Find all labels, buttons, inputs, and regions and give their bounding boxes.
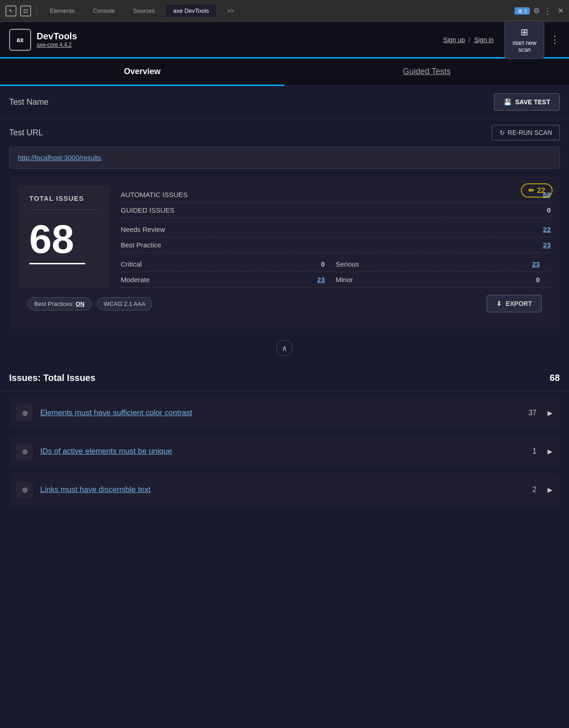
total-issues-title: TOTAL ISSUES (29, 194, 84, 202)
badge-count: 🖥 1 (515, 7, 530, 15)
total-issues-underline (29, 263, 85, 264)
target-icon-2: ⊕ (22, 486, 28, 494)
moderate-minor-row: Moderate 23 Minor 0 (121, 272, 551, 288)
critical-value: 0 (306, 260, 325, 268)
tab-guided-tests[interactable]: Guided Tests (284, 59, 569, 86)
issue-label-0: Elements must have sufficient color cont… (40, 408, 521, 418)
start-scan-label: start newscan (512, 39, 537, 53)
issue-icon-2: ⊕ (16, 482, 33, 498)
more-options-icon[interactable]: ⋮ (543, 6, 552, 16)
edit-count: 22 (537, 187, 545, 195)
issues-summary-card: ✏ 22 TOTAL ISSUES 68 AUTOMATIC ISSUES 68 (9, 176, 560, 329)
sign-in-link[interactable]: Sign in (474, 36, 494, 43)
needs-review-value[interactable]: 22 (532, 225, 551, 233)
best-practices-badge[interactable]: Best Practices: ON (27, 297, 91, 310)
best-practice-value[interactable]: 23 (532, 241, 551, 249)
needs-review-row: Needs Review 22 (121, 222, 551, 237)
moderate-item: Moderate 23 (121, 272, 336, 287)
issues-list-count: 68 (550, 373, 560, 383)
scan-icon: ⊞ (521, 27, 528, 37)
test-url-link[interactable]: http://localhost:3000/results (18, 154, 102, 161)
close-icon[interactable]: ✕ (558, 6, 564, 15)
test-url-label: Test URL (9, 128, 492, 138)
issues-grid: TOTAL ISSUES 68 AUTOMATIC ISSUES 68 GUID… (18, 185, 551, 288)
save-test-button[interactable]: 💾 SAVE TEST (494, 93, 560, 111)
export-icon: ⬇ (496, 300, 502, 307)
target-icon-1: ⊕ (22, 447, 28, 456)
total-issues-number: 68 (29, 219, 74, 259)
collapse-button[interactable]: ∧ (276, 340, 293, 356)
issue-icon-0: ⊕ (16, 405, 33, 421)
serious-item: Serious 23 (336, 257, 551, 272)
export-label: EXPORT (505, 300, 532, 307)
url-bar: http://localhost:3000/results (9, 147, 560, 169)
test-name-row: Test Name 💾 SAVE TEST (0, 86, 569, 118)
needs-review-label: Needs Review (121, 225, 532, 233)
test-name-label: Test Name (9, 97, 494, 107)
critical-label: Critical (121, 260, 306, 268)
app-header: ax DevTools axe-core 4.4.2 Sign up / Sig… (0, 22, 569, 59)
app-version: axe-core 4.4.2 (37, 42, 77, 48)
target-icon: ⊕ (22, 409, 28, 418)
issue-count-1: 1 (532, 447, 537, 455)
app-title: DevTools (37, 31, 77, 42)
chevron-right-icon-1: ▶ (548, 448, 553, 455)
app-container: ax DevTools axe-core 4.4.2 Sign up / Sig… (0, 22, 569, 728)
guided-issues-value: 0 (532, 206, 551, 214)
auth-divider: / (469, 36, 471, 43)
tab-sources[interactable]: Sources (126, 7, 162, 14)
issue-label-1: IDs of active elements must be unique (40, 447, 525, 456)
issues-list-header: Issues: Total Issues 68 (0, 364, 569, 391)
issue-label-2: Links must have discernible text (40, 485, 525, 494)
issues-list-title: Issues: Total Issues (9, 373, 550, 383)
start-new-scan-button[interactable]: ⊞ start newscan (505, 21, 544, 59)
guided-issues-label: GUIDED ISSUES (121, 206, 532, 214)
minor-value: 0 (521, 276, 540, 284)
minor-label: Minor (336, 276, 521, 284)
cursor-icon[interactable]: ↖ (5, 5, 16, 16)
minor-item: Minor 0 (336, 272, 551, 287)
best-practices-label: Best Practices: (34, 300, 74, 307)
logo-text: DevTools axe-core 4.4.2 (37, 31, 77, 48)
tab-axe-devtools[interactable]: axe DevTools (166, 5, 216, 17)
save-test-label: SAVE TEST (515, 98, 550, 106)
logo-area: ax DevTools axe-core 4.4.2 (9, 29, 77, 51)
export-button[interactable]: ⬇ EXPORT (487, 295, 542, 312)
rerun-label: RE-RUN SCAN (508, 129, 552, 136)
device-icon[interactable]: ⊡ (20, 5, 31, 16)
tab-overview[interactable]: Overview (0, 59, 284, 86)
browser-chrome: ↖ ⊡ Elements Console Sources axe DevTool… (0, 0, 569, 22)
moderate-label: Moderate (121, 276, 306, 284)
card-footer: Best Practices: ON WCAG 2.1 AAA ⬇ EXPORT (27, 288, 542, 320)
critical-serious-row: Critical 0 Serious 23 (121, 257, 551, 272)
best-practice-label: Best Practice (121, 241, 532, 249)
tab-console[interactable]: Console (86, 7, 122, 14)
issue-item-color-contrast[interactable]: ⊕ Elements must have sufficient color co… (9, 396, 560, 429)
auth-area: Sign up / Sign in (443, 36, 494, 43)
issue-count-2: 2 (532, 486, 537, 494)
issue-item-ids-unique[interactable]: ⊕ IDs of active elements must be unique … (9, 435, 560, 468)
serious-value[interactable]: 23 (521, 260, 540, 268)
issue-count-0: 37 (528, 409, 537, 417)
tab-elements[interactable]: Elements (43, 7, 82, 14)
rerun-icon: ↻ (499, 129, 505, 136)
guided-issues-row: GUIDED ISSUES 0 (121, 203, 551, 218)
issue-item-links-text[interactable]: ⊕ Links must have discernible text 2 ▶ (9, 473, 560, 506)
critical-item: Critical 0 (121, 257, 336, 272)
wcag-label: WCAG 2.1 AAA (104, 300, 145, 307)
header-more-icon[interactable]: ⋮ (550, 34, 560, 46)
gear-icon[interactable]: ⚙ (533, 6, 540, 15)
save-icon: 💾 (504, 98, 511, 106)
best-practices-value: ON (75, 300, 85, 307)
automatic-issues-row: AUTOMATIC ISSUES 68 (121, 187, 551, 203)
rerun-scan-button[interactable]: ↻ RE-RUN SCAN (492, 125, 560, 140)
edit-badge[interactable]: ✏ 22 (521, 183, 553, 198)
badge-icon: 🖥 (517, 8, 522, 14)
moderate-value[interactable]: 23 (306, 276, 325, 284)
pencil-icon: ✏ (528, 186, 534, 195)
sign-up-link[interactable]: Sign up (443, 36, 465, 43)
total-issues-box: TOTAL ISSUES 68 (18, 185, 110, 288)
issue-icon-1: ⊕ (16, 443, 33, 460)
tab-more[interactable]: >> (220, 7, 242, 14)
wcag-badge[interactable]: WCAG 2.1 AAA (97, 297, 152, 310)
